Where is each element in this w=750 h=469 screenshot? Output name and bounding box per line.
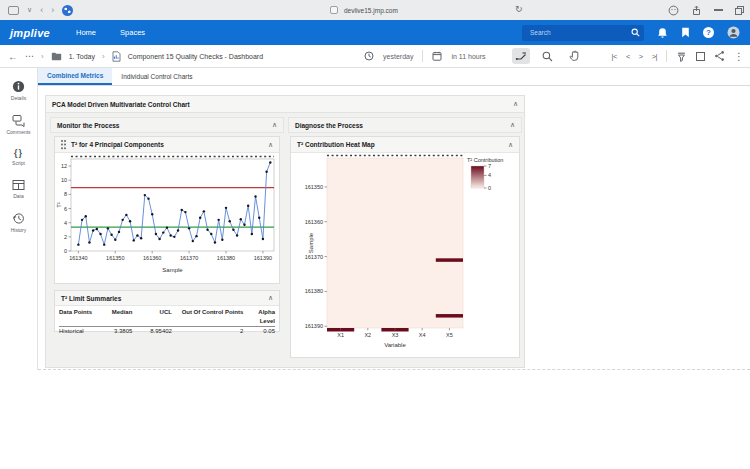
svg-text:0: 0 [488,185,491,191]
sidebar-item-script[interactable]: {} Script [0,148,37,166]
share-icon[interactable] [714,50,725,62]
sidebar-item-history[interactable]: History [0,212,37,233]
back-nav-icon[interactable]: ‹ [40,5,43,15]
chevron-right-icon: › [41,52,44,61]
info-icon [12,80,25,93]
t2-contribution-heatmap[interactable]: 161350161360161370161380161390X1X2X3X4X5… [291,153,519,357]
collapse-caret-icon[interactable]: ∧ [510,121,515,129]
heatmap-header: T² Contribution Heat Map ∧ [291,137,519,153]
limit-table-cell: 2 [172,327,243,336]
comments-icon [12,114,25,127]
svg-text:8: 8 [64,191,67,197]
avatar[interactable] [727,26,740,39]
jmp-live-logo[interactable]: jmplive [0,27,64,39]
divider [666,50,667,62]
heatmap-title: T² Contribution Heat Map [297,141,375,148]
expiry-calendar-icon [432,51,442,61]
svg-text:161360: 161360 [143,255,161,261]
address-bar[interactable]: devlive15.jmp.com [330,0,398,20]
search-input[interactable] [528,28,631,37]
url-text[interactable]: devlive15.jmp.com [344,7,398,14]
svg-text:12: 12 [61,163,67,169]
last-page-button[interactable]: >| [652,52,657,61]
chevron-down-icon[interactable]: ∨ [27,6,32,14]
selection-tool-button[interactable] [512,48,530,64]
collapse-caret-icon[interactable]: ∧ [272,121,277,129]
svg-text:161360: 161360 [305,219,323,225]
t2-chart-header: T² for 4 Principal Components ∧ [55,137,279,153]
site-favicon [62,5,73,16]
more-breadcrumb-button[interactable]: ⋯ [25,51,34,61]
app-header: jmplive Home Spaces ? [0,20,750,45]
t2-control-chart[interactable]: 0246810121613401613501613601613701613801… [55,153,279,283]
first-page-button[interactable]: |< [612,52,617,61]
svg-text:6: 6 [64,206,67,212]
svg-text:X2: X2 [364,332,371,338]
forward-nav-icon[interactable]: › [51,5,54,15]
reload-icon[interactable]: ↻ [515,4,523,14]
diagnose-header: Diagnose the Process ∧ [288,117,522,133]
history-icon [12,212,25,225]
limit-table-header-cell: Data Points [59,308,101,326]
svg-text:161390: 161390 [305,323,323,329]
monitor-column: Monitor the Process ∧ T² for 4 Principal… [50,117,284,358]
outer-panel-title: PCA Model Driven Multivariate Control Ch… [52,101,190,108]
limit-table-cell: 3.3805 [101,327,133,336]
svg-text:Sample: Sample [308,232,314,253]
monitor-header: Monitor the Process ∧ [50,117,284,133]
clock-icon [364,51,374,61]
sidebar-item-data[interactable]: Data [0,179,37,199]
prev-page-button[interactable]: < [626,52,630,61]
collapse-caret-icon[interactable]: ∧ [513,100,518,108]
next-page-button[interactable]: > [639,52,643,61]
window-menu-icon[interactable] [8,6,19,15]
svg-text:4: 4 [64,220,67,226]
zoom-tool-button[interactable] [539,48,557,64]
limit-table-header-row: Data PointsMedianUCLOut Of Control Point… [59,308,275,327]
share-window-icon[interactable] [691,5,702,16]
help-icon[interactable]: ? [703,27,714,38]
svg-text:Variable: Variable [384,342,406,348]
limit-table-header-cell: Alpha Level [243,308,275,326]
search-icon[interactable] [631,28,640,37]
hand-icon [569,50,580,62]
notifications-bell-icon[interactable] [657,27,668,39]
restore-icon[interactable] [735,6,744,15]
divider [422,50,423,62]
tab-individual-control-charts[interactable]: Individual Control Charts [112,68,201,85]
grab-tool-button[interactable] [566,48,584,64]
nav-home[interactable]: Home [64,20,108,45]
search-box[interactable] [522,25,644,41]
limit-table-header-cell: Out Of Control Points [172,308,243,326]
dashboard: PCA Model Driven Multivariate Control Ch… [45,95,525,368]
feedback-icon[interactable] [668,5,679,16]
svg-text:Sample: Sample [162,267,183,273]
report-boundary [38,369,750,370]
sidebar-item-details[interactable]: Details [0,80,37,101]
tab-combined-metrics[interactable]: Combined Metrics [38,68,112,85]
limit-summaries-table: Data PointsMedianUCLOut Of Control Point… [55,306,279,331]
back-button[interactable]: ← [8,51,18,62]
table-icon [12,179,25,191]
collapse-caret-icon[interactable]: ∧ [268,141,273,149]
monitor-title: Monitor the Process [57,122,119,129]
filter-icon[interactable] [676,51,687,62]
drag-grip-icon[interactable] [61,140,66,149]
bookmark-icon[interactable] [681,27,690,38]
collapse-caret-icon[interactable]: ∧ [508,141,513,149]
nav-spaces[interactable]: Spaces [108,20,157,45]
fullscreen-icon[interactable] [696,52,705,61]
screen: ∨ ‹ › devlive15.jmp.com ↻ jmplive Home S… [0,0,750,469]
sidebar-item-comments[interactable]: Comments [0,114,37,135]
more-options-button[interactable]: ⋮ [734,51,744,62]
collapse-caret-icon[interactable]: ∧ [268,294,273,302]
page-title: Component 15 Quality Checks - Dashboard [128,53,263,60]
minimize-icon[interactable] [714,9,723,10]
svg-text:T² Contribution: T² Contribution [467,157,503,163]
svg-text:X5: X5 [446,332,453,338]
updated-time: yesterday [383,53,413,60]
svg-text:0: 0 [64,248,67,254]
breadcrumb-folder[interactable]: 1. Today [69,53,95,60]
braces-icon: {} [14,148,23,158]
svg-text:7: 7 [488,163,491,169]
